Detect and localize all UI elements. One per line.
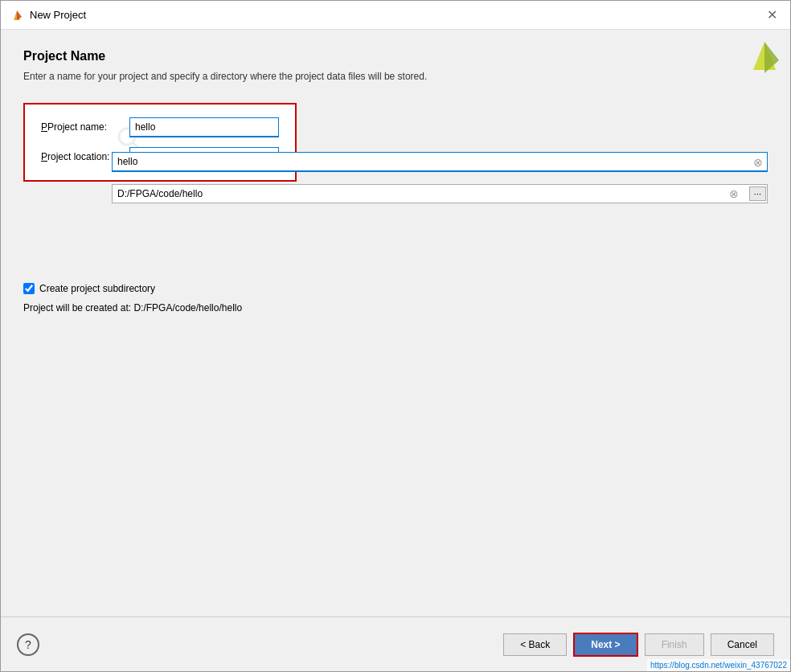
new-project-dialog: New Project ✕ Project Name Enter a name … [0, 0, 791, 672]
logo-area [747, 38, 782, 78]
project-name-full-input[interactable] [112, 152, 768, 172]
close-button[interactable]: ✕ [764, 7, 781, 23]
project-location-full-input-wrapper: ⊗ ··· [112, 184, 768, 203]
title-bar-left: New Project [10, 9, 86, 22]
finish-button: Finish [645, 633, 704, 656]
project-name-full-row: ⊗ [23, 152, 768, 172]
project-name-full-input-wrapper: ⊗ [112, 152, 768, 172]
section-desc: Enter a name for your project and specif… [23, 70, 768, 84]
url-watermark: https://blog.csdn.net/weixin_43767022 [647, 659, 790, 671]
project-name-clear-button[interactable]: ⊗ [753, 156, 763, 169]
footer-left: ? [17, 633, 39, 656]
help-button[interactable]: ? [17, 633, 39, 656]
dialog-title: New Project [30, 9, 86, 21]
cancel-button[interactable]: Cancel [711, 633, 774, 656]
project-name-input[interactable] [129, 117, 279, 137]
dialog-content: Project Name Enter a name for your proje… [1, 30, 790, 617]
created-path-row: Project will be created at: D:/FPGA/code… [23, 302, 768, 313]
spacer [23, 195, 768, 283]
create-subdirectory-checkbox[interactable] [23, 283, 35, 294]
created-path-value: D:/FPGA/code/hello/hello [133, 302, 242, 313]
create-subdirectory-row: Create project subdirectory [23, 283, 768, 294]
project-name-row: PProject name: [41, 117, 279, 137]
project-name-input-container [129, 117, 279, 137]
footer-right: < Back Next > Finish Cancel [503, 633, 774, 657]
create-subdirectory-label[interactable]: Create project subdirectory [39, 283, 155, 294]
section-title: Project Name [23, 49, 768, 64]
next-button[interactable]: Next > [573, 633, 637, 657]
title-bar: New Project ✕ [1, 1, 790, 30]
back-button[interactable]: < Back [503, 633, 567, 656]
project-location-full-row: ⊗ ··· [23, 184, 768, 203]
app-logo-icon [10, 9, 23, 22]
brand-logo-icon [747, 38, 782, 78]
project-location-browse-button[interactable]: ··· [749, 186, 766, 201]
project-location-full-input[interactable] [112, 184, 768, 203]
project-location-clear-button[interactable]: ⊗ [729, 187, 739, 200]
created-path-prefix: Project will be created at: [23, 302, 131, 313]
